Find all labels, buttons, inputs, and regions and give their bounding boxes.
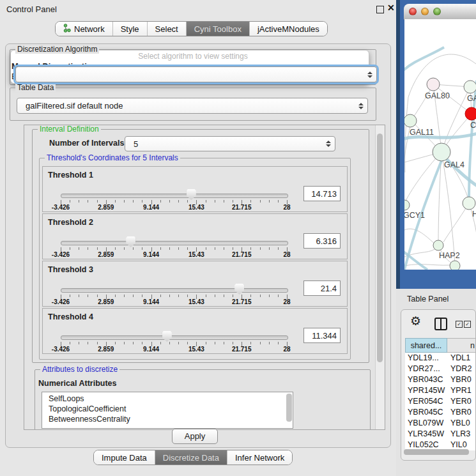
tick-mark xyxy=(278,342,279,344)
attributes-group: Attributes to discretize Numerical Attri… xyxy=(35,369,371,430)
tab-discretize-data[interactable]: Discretize Data xyxy=(155,450,227,464)
table-hscrollbar[interactable] xyxy=(404,449,472,455)
threshold-slider-track[interactable] xyxy=(61,288,288,293)
minimize-window-icon[interactable] xyxy=(421,8,429,15)
threshold-4-panel: Threshold 4-3.4262.8599.14415.4321.71528… xyxy=(42,308,348,354)
list-item[interactable]: TopologicalCoefficient xyxy=(49,404,293,414)
network-node-ga[interactable] xyxy=(464,81,476,93)
checkbox-icon[interactable]: ✓ xyxy=(464,321,471,328)
tab-select[interactable]: Select xyxy=(147,22,186,36)
network-node[interactable] xyxy=(450,261,460,270)
threshold-value-field[interactable]: 6.316 xyxy=(303,233,341,249)
close-window-icon[interactable] xyxy=(409,8,417,15)
checkbox-icon[interactable]: ✓ xyxy=(456,321,463,328)
list-item[interactable]: SelfLoops xyxy=(49,394,293,404)
listbox-scrollbar-thumb[interactable] xyxy=(286,394,292,422)
network-canvas[interactable]: GAL80GACGAL11GAL4GCY1HHAP2 xyxy=(404,19,476,270)
settings-scrollbar-thumb[interactable] xyxy=(377,134,383,362)
threshold-1-panel: Threshold 1-3.4262.8599.14415.4321.71528… xyxy=(42,166,348,212)
attributes-listbox[interactable]: SelfLoopsTopologicalCoefficientBetweenne… xyxy=(42,392,293,429)
tick-mark xyxy=(97,200,98,203)
apply-button[interactable]: Apply xyxy=(172,429,218,444)
algorithm-hint: Select algorithm to view settings xyxy=(10,52,376,61)
tab-style[interactable]: Style xyxy=(112,22,147,36)
table-panel-body: ⚙ ✓ ✓ shared... n YDL19...YDL1YDR27...YD… xyxy=(401,309,476,461)
threshold-slider-thumb[interactable] xyxy=(126,236,135,247)
tick-mark xyxy=(142,295,142,297)
network-node-h[interactable] xyxy=(463,197,475,210)
tick-label: -3.426 xyxy=(52,204,70,211)
tick-label: 28 xyxy=(283,298,290,305)
close-panel-icon[interactable]: ✕ xyxy=(387,3,395,13)
table-row[interactable]: YPR145WYPR1 xyxy=(405,385,476,396)
threshold-value-field[interactable]: 14.713 xyxy=(303,186,341,201)
threshold-slider-thumb[interactable] xyxy=(234,284,244,295)
tab-cyni-toolbox[interactable]: Cyni Toolbox xyxy=(186,22,249,36)
network-node-gal80[interactable] xyxy=(427,78,440,91)
network-edge[interactable] xyxy=(404,229,435,244)
tick-mark xyxy=(233,295,233,297)
panel-title: Control Panel xyxy=(6,4,57,14)
tick-mark xyxy=(115,295,116,297)
tab-impute-data[interactable]: Impute Data xyxy=(94,450,155,464)
zoom-window-icon[interactable] xyxy=(433,8,441,15)
settings-scrollbar[interactable] xyxy=(375,125,385,429)
tab-network[interactable]: Network xyxy=(56,22,112,36)
number-of-intervals-label: Number of Intervals xyxy=(49,139,124,148)
threshold-slider-track[interactable] xyxy=(61,194,288,198)
threshold-slider-track[interactable] xyxy=(61,335,288,340)
table-row[interactable]: YLR345WYLR3 xyxy=(405,429,476,440)
tick-mark xyxy=(187,247,188,250)
tab-jactivemnodules[interactable]: jActiveMNodules xyxy=(249,22,327,36)
tick-mark xyxy=(142,200,142,203)
table-row[interactable]: YBR043CYBR0 xyxy=(405,374,476,385)
threshold-slider-thumb[interactable] xyxy=(162,331,172,342)
network-node-label: GA xyxy=(467,94,476,103)
tick-mark xyxy=(187,295,188,297)
network-node-label: GAL80 xyxy=(425,91,450,100)
threshold-value-field[interactable]: 11.344 xyxy=(303,328,341,343)
network-window-titlebar[interactable] xyxy=(404,4,476,20)
gear-icon[interactable]: ⚙ xyxy=(410,314,421,328)
tick-mark xyxy=(260,200,261,203)
tick-mark xyxy=(224,295,224,297)
network-edge[interactable] xyxy=(443,203,469,242)
tick-mark xyxy=(215,295,215,297)
threshold-value-field[interactable]: 21.4 xyxy=(303,280,341,296)
network-node-c[interactable] xyxy=(465,107,476,120)
table-row[interactable]: YDR27...YDR2 xyxy=(405,364,476,374)
number-of-intervals-combobox[interactable]: 5 xyxy=(125,136,335,151)
thresholds-group: Threshold's Coordinates for 5 Intervals … xyxy=(39,158,351,360)
float-panel-icon[interactable] xyxy=(376,6,384,13)
threshold-slider-thumb[interactable] xyxy=(187,189,196,200)
table-row[interactable]: YBL079WYBL0 xyxy=(405,418,476,429)
network-node-gcy1[interactable] xyxy=(404,200,410,210)
table-row[interactable]: YER054CYER0 xyxy=(405,396,476,407)
cell-shared-name: YBR045C xyxy=(405,407,447,418)
columns-icon[interactable] xyxy=(434,318,447,330)
table-data-combobox[interactable]: galFiltered.sif default node xyxy=(17,98,368,114)
bottom-tab-bar: Impute DataDiscretize DataInfer Network xyxy=(93,450,293,465)
tick-mark xyxy=(260,295,261,297)
table-row[interactable]: YDL19...YDL1 xyxy=(405,353,476,364)
list-item[interactable]: BetweennessCentrality xyxy=(49,414,293,424)
table-hscrollbar-thumb[interactable] xyxy=(404,449,469,455)
tick-label: 15.43 xyxy=(188,251,204,258)
tick-label: 2.859 xyxy=(98,346,114,353)
network-node-gal11[interactable] xyxy=(404,114,417,127)
tick-label: -3.426 xyxy=(52,298,70,305)
tick-mark xyxy=(97,295,98,297)
column-header-name[interactable]: n xyxy=(447,338,476,353)
network-node-hap2[interactable] xyxy=(433,240,443,250)
table-row[interactable]: YBR045CYBR0 xyxy=(405,407,476,418)
tick-label: 15.43 xyxy=(188,346,204,353)
column-header-shared-name[interactable]: shared... xyxy=(405,338,447,353)
threshold-2-panel: Threshold 2-3.4262.8599.14415.4321.71528… xyxy=(42,213,348,259)
network-edge[interactable] xyxy=(404,265,454,266)
tab-infer-network[interactable]: Infer Network xyxy=(227,450,292,464)
algorithm-combobox[interactable] xyxy=(15,66,377,82)
threshold-slider-track[interactable] xyxy=(61,241,288,245)
tick-mark xyxy=(160,247,161,250)
network-node-gal4[interactable] xyxy=(433,143,450,161)
tick-label: -3.426 xyxy=(52,251,70,258)
